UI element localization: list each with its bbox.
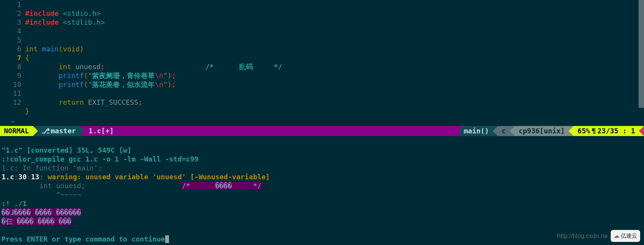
paren: ( <box>84 71 88 80</box>
file-name: 1.c[+] <box>85 126 118 136</box>
paren: ) <box>80 45 84 53</box>
preproc: #include <box>25 18 59 26</box>
line-number: 3 <box>0 18 21 27</box>
line-number-current: 7 <box>0 53 21 62</box>
scroll-thumb[interactable] <box>639 0 644 108</box>
branch-name: master <box>51 127 76 135</box>
status-fill <box>123 126 460 136</box>
line-number: 4 <box>0 27 21 36</box>
return-keyword: return <box>59 98 84 106</box>
semicolon: ; <box>172 80 176 88</box>
line-number-gutter: 1 2 3 4 5 6 7 8 9 10 11 12 <box>0 0 25 117</box>
encoding: cp936[unix] <box>515 126 569 136</box>
warning-message: unused variable 'unuesd' <box>85 173 190 181</box>
type-keyword: int <box>25 45 38 53</box>
function-name: main <box>42 45 58 53</box>
line-number: 6 <box>0 44 21 53</box>
paren: ( <box>59 45 63 53</box>
filetype: c <box>498 126 510 136</box>
in-function-msg: 1.c: In function 'main': <box>2 164 102 172</box>
warn-file: 1.c <box>2 173 14 181</box>
string-literal: 紫夜阑珊，青伶巷草 <box>92 71 155 80</box>
comment-open: /* <box>205 63 214 71</box>
warning-flag: [-Wunused-variable] <box>190 173 270 181</box>
line-number: 10 <box>0 80 21 89</box>
colon: : <box>39 173 44 181</box>
semicolon: ; <box>138 98 143 106</box>
type-keyword: int <box>59 63 72 71</box>
paren: ) <box>167 80 172 88</box>
separator-icon <box>569 126 574 136</box>
code-content[interactable]: #include <stdio.h> #include <stdlib.h> i… <box>25 0 644 117</box>
editor-area[interactable]: 1 2 3 4 5 6 7 8 9 10 11 12 #include <std… <box>0 0 644 117</box>
comment-close: */ <box>274 63 282 71</box>
brace: } <box>25 107 29 115</box>
separator-icon <box>493 126 498 136</box>
string-literal: 落花美眷，似水流年 <box>92 80 155 88</box>
git-branch-segment: master <box>38 126 80 136</box>
run-command: :! ./1 <box>2 199 27 208</box>
status-line: NORMAL master 1.c[+] main() c cp936[unix… <box>0 126 644 136</box>
printf-call: printf <box>59 80 84 88</box>
warn-col: 13 <box>31 173 39 181</box>
garbled-output: ��ɺ���� ���� ������ <box>2 208 81 216</box>
void-keyword: void <box>63 45 80 53</box>
separator-icon <box>118 126 123 136</box>
line-number: 1 <box>0 0 21 9</box>
separator-icon <box>80 126 85 136</box>
paren: ) <box>167 71 172 80</box>
watermark-logo: ☁ 亿速云 <box>611 230 640 242</box>
quote: " <box>88 71 92 80</box>
watermark-brand: 亿速云 <box>621 233 637 239</box>
exit-success: EXIT_SUCCESS <box>88 98 138 106</box>
warn-line: 30 <box>18 173 27 181</box>
compile-command: :!color_compile gcc 1.c -o 1 -lm -Wall -… <box>2 155 198 163</box>
line-number: 11 <box>0 89 21 98</box>
identifier: unuesd <box>75 63 101 71</box>
quote: " <box>88 80 92 88</box>
brace: { <box>25 54 29 62</box>
line-number: 9 <box>0 71 21 80</box>
line-number: 8 <box>0 62 21 71</box>
terminal-output[interactable]: "1.c" [converted] 35L, 549C [w] :!color_… <box>0 136 644 244</box>
header: <stdio.h> <box>63 9 101 17</box>
semicolon: ; <box>172 71 176 80</box>
printf-call: printf <box>59 71 84 80</box>
preproc: #include <box>25 9 59 17</box>
function-context: main() <box>460 126 493 136</box>
semicolon: ; <box>101 63 105 71</box>
paren: ( <box>84 80 88 88</box>
empty-line-tilde: ~ <box>0 117 644 126</box>
watermark: http://blog.csdn.ne ☁ 亿速云 <box>557 230 640 242</box>
file-converted-msg: "1.c" [converted] 35L, 549C [w] <box>2 146 132 154</box>
line-number: 2 <box>0 9 21 18</box>
colon: : <box>14 173 19 181</box>
press-enter-prompt[interactable]: Press ENTER or type command to continue <box>2 235 165 243</box>
garbled-output: �仨 ���� ���� ��� <box>2 217 72 225</box>
separator-icon <box>639 126 644 136</box>
garbled-comment: /* ���� */ <box>182 182 261 190</box>
separator-icon <box>510 126 515 136</box>
header: <stdlib.h> <box>63 18 105 26</box>
position-segment: 65%23/35 : 1 <box>574 126 639 136</box>
quote: " <box>163 80 167 88</box>
line-number: 12 <box>0 98 21 107</box>
percent: 65% <box>577 127 590 135</box>
snippet-line: int unuesd; <box>2 182 85 190</box>
caret-marker: ^~~~~~ <box>2 191 81 199</box>
watermark-url: http://blog.csdn.ne <box>557 231 608 240</box>
line-number: 5 <box>0 36 21 44</box>
pilcrow-icon <box>590 127 598 135</box>
warning-label: warning: <box>43 173 85 181</box>
line-col: 23/35 : 1 <box>597 127 635 135</box>
escape: \n <box>155 71 163 80</box>
colon: : <box>27 173 31 181</box>
cursor <box>165 235 169 243</box>
separator-icon <box>33 126 38 136</box>
quote: " <box>163 71 167 80</box>
scrollbar[interactable] <box>639 0 644 108</box>
branch-icon <box>42 127 51 135</box>
comment-text: 乱码 <box>239 63 253 71</box>
escape: \n <box>155 80 163 88</box>
